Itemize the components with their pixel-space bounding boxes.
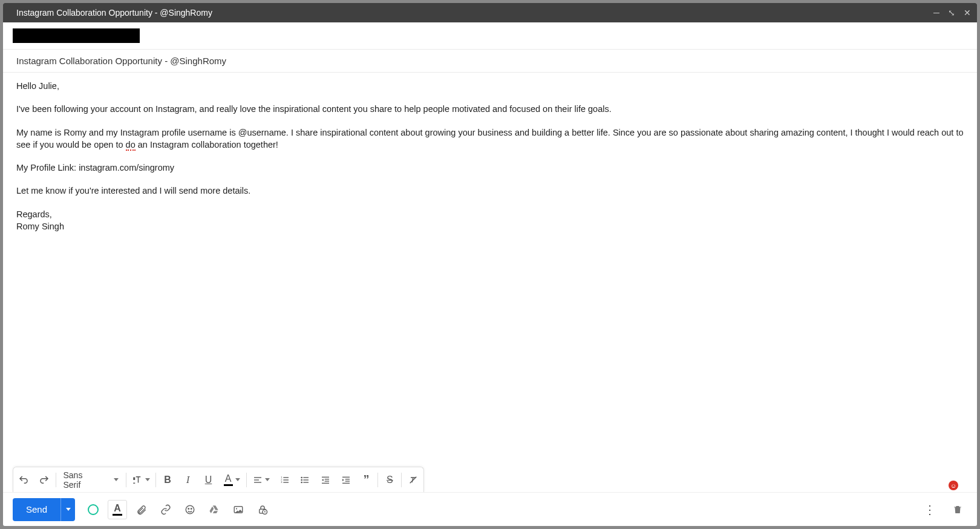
body-signoff: Regards, [16, 208, 964, 220]
formatting-options-button[interactable]: A [108, 500, 127, 519]
insert-photo-button[interactable] [229, 500, 248, 519]
svg-rect-17 [325, 481, 329, 481]
recipient-chip-redacted[interactable] [13, 28, 140, 43]
discard-draft-button[interactable] [948, 500, 967, 519]
separator [401, 473, 402, 487]
body-signature: Romy Singh [16, 220, 964, 232]
undo-button[interactable] [13, 468, 34, 492]
separator [246, 473, 247, 487]
indent-more-button[interactable] [336, 468, 356, 492]
svg-point-11 [301, 481, 303, 483]
compose-window: Instagram Collaboration Opportunity - @S… [3, 3, 977, 526]
separator [377, 473, 378, 487]
separator [56, 473, 56, 487]
insert-drive-button[interactable] [204, 500, 224, 519]
send-button-group: Send [13, 498, 75, 521]
svg-rect-12 [304, 477, 309, 478]
email-body[interactable]: Hello Julie, I've been following your ac… [3, 73, 977, 467]
subject-input[interactable]: Instagram Collaboration Opportunity - @S… [3, 50, 977, 73]
attach-file-button[interactable] [132, 500, 151, 519]
svg-point-23 [186, 505, 194, 514]
quote-button[interactable]: ” [356, 468, 377, 492]
remove-formatting-button[interactable] [403, 468, 423, 492]
svg-rect-19 [342, 476, 350, 477]
insert-link-button[interactable] [156, 500, 175, 519]
svg-rect-20 [345, 479, 350, 479]
numbered-list-button[interactable]: 123 [275, 468, 295, 492]
bottom-toolbar: Send A ⋮ [3, 492, 977, 526]
svg-point-9 [301, 476, 303, 478]
svg-rect-13 [304, 479, 309, 480]
recipient-row[interactable] [3, 22, 977, 50]
svg-rect-2 [254, 482, 261, 482]
titlebar: Instagram Collaboration Opportunity - @S… [3, 3, 977, 22]
font-family-label: Sans Serif [64, 470, 102, 490]
restore-icon[interactable]: ⤡ [948, 8, 955, 17]
strikethrough-button[interactable]: S [379, 468, 400, 492]
redo-button[interactable] [34, 468, 54, 492]
svg-rect-0 [254, 477, 261, 478]
confidential-mode-button[interactable] [253, 500, 272, 519]
underline-button[interactable]: U [198, 468, 219, 492]
grammarly-icon[interactable] [83, 500, 103, 519]
titlebar-actions: ─ ⤡ ✕ [933, 8, 971, 17]
svg-text:3: 3 [281, 481, 283, 484]
bold-button[interactable]: B [157, 468, 178, 492]
minimize-icon[interactable]: ─ [933, 8, 939, 17]
svg-point-10 [301, 479, 303, 481]
italic-button[interactable]: I [178, 468, 198, 492]
font-family-select[interactable]: Sans Serif [57, 470, 125, 490]
svg-rect-4 [283, 479, 289, 480]
indent-less-button[interactable] [315, 468, 336, 492]
separator [126, 473, 126, 487]
svg-point-25 [191, 508, 192, 509]
font-size-button[interactable] [128, 468, 154, 492]
svg-point-24 [188, 508, 189, 509]
format-toolbar: Sans Serif B I U A 123 [13, 467, 424, 492]
svg-rect-5 [283, 482, 289, 482]
align-button[interactable] [248, 468, 275, 492]
bulleted-list-button[interactable] [295, 468, 315, 492]
body-p3: My Profile Link: instagram.com/singromy [16, 162, 964, 174]
svg-rect-18 [322, 482, 329, 483]
svg-rect-3 [283, 477, 289, 478]
svg-rect-1 [254, 479, 259, 480]
chevron-down-icon [235, 478, 240, 481]
svg-rect-14 [304, 482, 309, 482]
body-p4: Let me know if you're interested and I w… [16, 185, 964, 197]
chevron-down-icon [265, 478, 270, 481]
more-options-button[interactable]: ⋮ [920, 500, 939, 519]
separator [155, 473, 156, 487]
body-p2-after: an Instagram collaboration together! [136, 140, 278, 150]
chevron-down-icon [114, 478, 119, 481]
svg-rect-16 [325, 479, 329, 479]
insert-emoji-button[interactable] [180, 500, 200, 519]
chevron-down-icon [145, 478, 150, 481]
window-title: Instagram Collaboration Opportunity - @S… [16, 8, 212, 18]
body-greeting: Hello Julie, [16, 80, 964, 92]
svg-rect-15 [322, 476, 329, 477]
body-p1: I've been following your account on Inst… [16, 103, 964, 115]
svg-rect-21 [345, 481, 350, 481]
chevron-down-icon [66, 508, 71, 511]
svg-rect-22 [342, 482, 350, 483]
send-more-button[interactable] [60, 498, 75, 521]
svg-point-27 [236, 508, 237, 509]
send-button[interactable]: Send [13, 498, 60, 521]
close-icon[interactable]: ✕ [964, 8, 971, 17]
grammarly-badge-icon[interactable]: ☺ [949, 481, 958, 490]
body-p2-spellerror: do [126, 140, 136, 151]
text-color-button[interactable]: A [218, 468, 245, 492]
